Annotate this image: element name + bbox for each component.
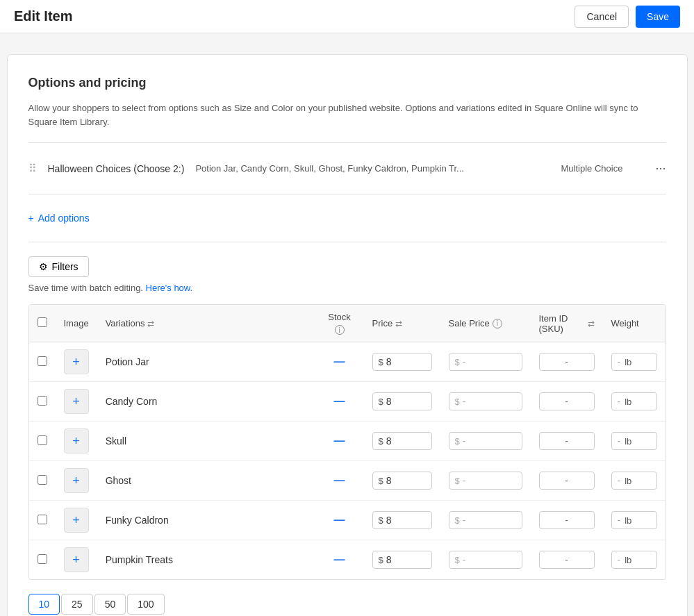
- row-image-cell-4: +: [56, 501, 97, 540]
- cancel-button[interactable]: Cancel: [575, 6, 629, 28]
- row-checkbox-cell: [29, 501, 56, 540]
- row-item-id-cell-5: [531, 540, 603, 580]
- price-input-wrap-2: $: [372, 432, 432, 450]
- item-id-input-5[interactable]: [539, 551, 595, 569]
- stock-dash-5[interactable]: —: [334, 553, 345, 565]
- row-sale-price-cell-0: $ -: [440, 342, 531, 382]
- row-sale-price-cell-4: $ -: [440, 501, 531, 540]
- stock-dash-4[interactable]: —: [334, 514, 345, 526]
- divider-2: [28, 194, 666, 194]
- batch-edit-link[interactable]: Here's how.: [146, 283, 193, 293]
- row-weight-cell-2: - lb: [603, 422, 666, 461]
- section-description: Allow your shoppers to select from optio…: [28, 101, 666, 128]
- weight-unit-1: lb: [625, 397, 631, 407]
- row-sale-price-cell-5: $ -: [440, 540, 531, 580]
- price-input-4[interactable]: [386, 515, 421, 526]
- row-checkbox-2[interactable]: [38, 435, 47, 445]
- pagination-10[interactable]: 10: [28, 594, 60, 615]
- variations-sort-icon[interactable]: ⇄: [147, 319, 154, 328]
- price-input-wrap-1: $: [372, 392, 432, 410]
- price-sort-icon[interactable]: ⇄: [395, 319, 402, 328]
- sale-price-wrap-2: $ -: [449, 432, 522, 450]
- row-price-cell-1: $: [364, 382, 440, 422]
- sale-price-wrap-5: $ -: [449, 551, 522, 569]
- sale-price-wrap-3: $ -: [449, 472, 522, 490]
- weight-column-header: Weight: [603, 305, 666, 342]
- image-add-button-3[interactable]: +: [64, 468, 89, 493]
- row-stock-cell-5: —: [315, 540, 364, 580]
- divider-3: [28, 242, 666, 242]
- sale-price-dash-1: -: [463, 396, 466, 407]
- weight-wrap-3: - lb: [611, 472, 657, 490]
- price-input-wrap-0: $: [372, 353, 432, 371]
- price-input-2[interactable]: [386, 435, 421, 447]
- pagination-100[interactable]: 100: [127, 594, 164, 615]
- stock-dash-2[interactable]: —: [334, 435, 345, 447]
- row-checkbox-4[interactable]: [38, 515, 47, 524]
- options-pricing-section: Options and pricing Allow your shoppers …: [28, 76, 666, 242]
- sale-price-info-icon[interactable]: i: [493, 319, 502, 328]
- save-button[interactable]: Save: [636, 6, 680, 28]
- row-checkbox-cell: [29, 422, 56, 461]
- price-input-1[interactable]: [386, 396, 421, 407]
- row-checkbox-3[interactable]: [38, 475, 47, 485]
- add-options-button[interactable]: + Add options: [28, 206, 90, 231]
- item-id-sort-icon[interactable]: ⇄: [588, 319, 595, 328]
- more-options-icon[interactable]: ···: [655, 161, 666, 176]
- price-symbol-1: $: [379, 397, 383, 407]
- image-add-button-4[interactable]: +: [64, 508, 89, 533]
- item-id-input-1[interactable]: [539, 392, 595, 410]
- row-checkbox-0[interactable]: [38, 356, 47, 366]
- weight-unit-4: lb: [625, 515, 631, 526]
- row-stock-cell-2: —: [315, 422, 364, 461]
- table-row: + Funky Caldron — $ $ -: [29, 501, 666, 540]
- stock-dash-0[interactable]: —: [334, 356, 345, 367]
- image-add-button-2[interactable]: +: [64, 428, 89, 453]
- weight-wrap-1: - lb: [611, 392, 657, 410]
- batch-edit-text: Save time with batch editing. Here's how…: [28, 283, 666, 293]
- select-all-checkbox[interactable]: [38, 317, 47, 327]
- page-header: Edit Item Cancel Save: [0, 0, 694, 33]
- row-image-cell-5: +: [56, 540, 97, 580]
- sale-price-dash-3: -: [463, 475, 466, 486]
- sale-price-wrap-0: $ -: [449, 353, 522, 371]
- item-id-column-header: Item ID (SKU) ⇄: [531, 305, 603, 342]
- price-symbol-5: $: [379, 555, 383, 565]
- weight-dash-2: -: [618, 435, 621, 447]
- pagination-25[interactable]: 25: [61, 594, 93, 615]
- price-input-3[interactable]: [386, 475, 421, 486]
- image-add-button-1[interactable]: +: [64, 389, 89, 414]
- options-row: ⠿ Halloween Choices (Choose 2:) Potion J…: [28, 154, 666, 183]
- variations-table-wrapper: Image Variations ⇄ Stock i: [28, 304, 666, 580]
- option-values: Potion Jar, Candy Corn, Skull, Ghost, Fu…: [195, 163, 550, 174]
- stock-info-icon[interactable]: i: [335, 325, 345, 335]
- price-input-wrap-4: $: [372, 511, 432, 529]
- image-add-button-5[interactable]: +: [64, 547, 89, 572]
- row-variation-name-4: Funky Caldron: [97, 501, 315, 540]
- drag-handle-icon[interactable]: ⠿: [28, 162, 37, 175]
- row-item-id-cell-0: [531, 342, 603, 382]
- stock-dash-3[interactable]: —: [334, 474, 345, 486]
- sale-price-dash-0: -: [463, 356, 466, 367]
- row-checkbox-5[interactable]: [38, 554, 47, 564]
- row-price-cell-3: $: [364, 461, 440, 501]
- item-id-input-4[interactable]: [539, 511, 595, 529]
- price-input-0[interactable]: [386, 356, 421, 367]
- item-id-input-2[interactable]: [539, 432, 595, 450]
- weight-dash-5: -: [618, 554, 621, 565]
- weight-dash-1: -: [618, 396, 621, 407]
- item-id-input-3[interactable]: [539, 472, 595, 490]
- stock-column-header: Stock i: [315, 305, 364, 342]
- pagination-50[interactable]: 50: [94, 594, 126, 615]
- item-id-input-0[interactable]: [539, 353, 595, 371]
- price-input-5[interactable]: [386, 554, 421, 565]
- row-weight-cell-4: - lb: [603, 501, 666, 540]
- option-type: Multiple Choice: [561, 163, 644, 174]
- image-add-button-0[interactable]: +: [64, 349, 89, 374]
- filters-button[interactable]: ⚙ Filters: [28, 256, 89, 277]
- row-sale-price-cell-3: $ -: [440, 461, 531, 501]
- row-checkbox-cell: [29, 461, 56, 501]
- stock-dash-1[interactable]: —: [334, 395, 345, 407]
- row-checkbox-1[interactable]: [38, 396, 47, 406]
- row-image-cell-0: +: [56, 342, 97, 382]
